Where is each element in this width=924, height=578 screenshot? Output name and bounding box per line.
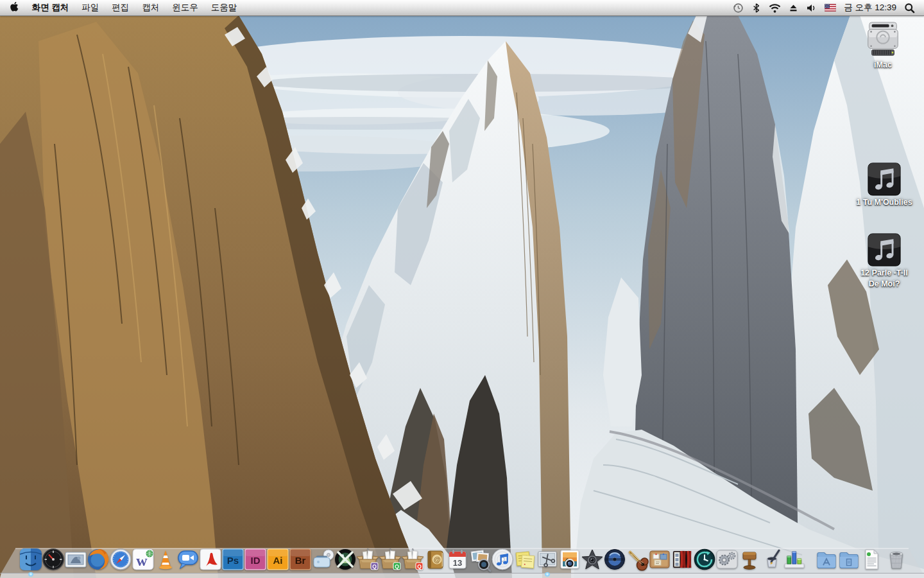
imac-hd-icon	[863, 19, 903, 59]
dock-item-toast[interactable]	[310, 547, 336, 572]
dock-item-bridge[interactable]: Br	[287, 547, 313, 572]
dock-item-idvd[interactable]	[602, 547, 628, 572]
music-file-2-label: De Moi?	[869, 279, 900, 289]
status-icons	[729, 0, 840, 15]
dock-item-preview[interactable]	[467, 547, 493, 572]
eject-status-icon[interactable]	[785, 0, 802, 15]
svg-text:Q: Q	[417, 563, 422, 570]
dock-item-illustrator[interactable]: Ai	[265, 547, 291, 572]
dock-item-documents-folder[interactable]	[836, 547, 862, 572]
active-app-name[interactable]: 화면 캡처	[26, 0, 76, 15]
music-file-2-label: 12 Parle -T-Il	[860, 268, 908, 278]
imac-hd-label: iMac	[874, 60, 892, 70]
music-file-1-label: 1 Tu M'Oublies	[856, 198, 912, 207]
menu-4[interactable]: 윈도우	[166, 0, 205, 15]
dock-item-pages[interactable]	[759, 547, 785, 572]
menu-items: 파일편집캡처윈도우도움말	[75, 0, 243, 15]
time-machine-status-icon[interactable]	[729, 0, 748, 15]
menu-2[interactable]: 편집	[105, 0, 135, 15]
menubar: 화면 캡처 파일편집캡처윈도우도움말 금 오후 12:39	[0, 0, 924, 16]
dock-item-ical[interactable]: 13	[445, 547, 470, 572]
dock-item-address-book[interactable]: @	[422, 547, 448, 572]
dock-item-installer-q-purple[interactable]: Q	[355, 547, 381, 572]
dock-item-iweb[interactable]	[647, 547, 672, 572]
menu-1[interactable]: 파일	[75, 0, 105, 15]
volume-status-icon[interactable]	[802, 0, 821, 15]
dock-item-iphoto[interactable]	[557, 547, 583, 572]
spotlight-button[interactable]	[900, 0, 919, 15]
svg-text:Ai: Ai	[273, 555, 283, 566]
dock-items: wPsIDAiBrQQQ@13	[0, 543, 924, 578]
svg-text:ID: ID	[251, 555, 261, 566]
dock-item-itunes[interactable]	[490, 547, 515, 572]
desktop: iMac1 Tu M'Oublies12 Parle -T-IlDe Moi?	[0, 15, 924, 578]
bluetooth-status-icon[interactable]	[748, 0, 765, 15]
dock: wPsIDAiBrQQQ@13	[0, 543, 924, 578]
dock-item-garageband[interactable]	[624, 547, 650, 572]
menubar-left: 화면 캡처 파일편집캡처윈도우도움말	[0, 0, 243, 15]
apple-menu[interactable]	[0, 0, 26, 15]
menubar-right: 금 오후 12:39	[729, 0, 924, 15]
dock-item-acrobat[interactable]	[198, 547, 223, 572]
dock-item-ichat[interactable]	[175, 547, 201, 572]
apple-logo-icon	[10, 1, 19, 14]
dock-item-photoshop[interactable]: Ps	[220, 547, 246, 572]
music-file-2[interactable]: 12 Parle -T-IlDe Moi?	[846, 232, 923, 289]
menubar-clock[interactable]: 금 오후 12:39	[840, 2, 900, 13]
dock-item-dashboard[interactable]	[40, 547, 66, 572]
svg-text:13: 13	[453, 558, 462, 568]
dock-item-quarkxpress[interactable]	[332, 547, 358, 572]
dock-item-vlc[interactable]	[153, 547, 178, 572]
dock-item-numbers[interactable]	[782, 547, 807, 572]
dock-item-time-machine[interactable]	[692, 547, 717, 572]
running-indicator-finder	[28, 572, 34, 577]
dock-item-firefox[interactable]	[85, 547, 111, 572]
dock-item-finder[interactable]	[18, 547, 44, 572]
dock-item-installer-q-green[interactable]: Q	[377, 547, 403, 572]
wifi-status-icon[interactable]	[765, 0, 785, 15]
dock-item-photo-booth[interactable]	[669, 547, 695, 572]
dock-item-installer-q-red[interactable]: Q	[400, 547, 425, 572]
dock-item-mail[interactable]	[63, 547, 89, 572]
dock-item-system-preferences[interactable]	[714, 547, 740, 572]
dock-item-stickies[interactable]	[512, 547, 538, 572]
svg-text:w: w	[136, 552, 148, 569]
menu-5[interactable]: 도움말	[205, 0, 244, 15]
music-file-1-icon	[867, 162, 902, 197]
menu-3[interactable]: 캡처	[135, 0, 166, 15]
music-file-2-icon	[867, 232, 902, 267]
svg-text:Ps: Ps	[227, 555, 239, 566]
svg-text:@: @	[434, 556, 441, 563]
svg-text:Br: Br	[295, 555, 306, 566]
dock-item-indesign[interactable]: ID	[243, 547, 268, 572]
music-file-1[interactable]: 1 Tu M'Oublies	[846, 162, 923, 207]
dock-item-imovie[interactable]	[579, 547, 605, 572]
dock-item-safari[interactable]	[108, 547, 133, 572]
dock-item-grab-screen-capture[interactable]	[535, 547, 560, 572]
dock-item-w-web-app[interactable]: w	[130, 547, 156, 572]
wallpaper-mountains	[0, 15, 924, 578]
dock-item-trash[interactable]	[884, 547, 909, 572]
imac-hd[interactable]: iMac	[844, 19, 921, 70]
svg-text:Q: Q	[395, 563, 399, 570]
dock-item-applications-folder[interactable]	[814, 547, 839, 572]
running-indicator-grab-screen-capture	[544, 572, 551, 577]
dock-item-keynote[interactable]	[737, 547, 762, 572]
input-language-flag-icon[interactable]	[821, 0, 840, 15]
dock-item-document-file[interactable]	[859, 547, 884, 572]
svg-text:Q: Q	[372, 563, 377, 570]
